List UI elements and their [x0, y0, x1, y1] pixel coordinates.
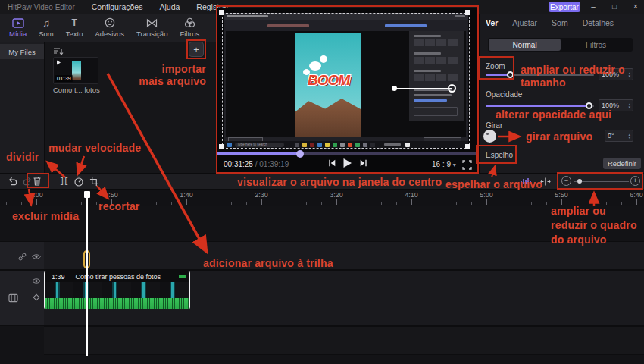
- selection-handle-tl[interactable]: [219, 10, 224, 15]
- annotation-zoom-note-1: ampliar ou reduzir o: [521, 64, 625, 76]
- ruler-tick: [156, 202, 157, 205]
- clip-header: 1:39 Como tirar pessoas de fotos: [45, 271, 189, 282]
- tab-filtros[interactable]: Filtros: [174, 17, 205, 38]
- minimize-button[interactable]: –: [585, 0, 602, 13]
- clip-thumbnails: [45, 282, 189, 298]
- chevron-down-icon: ▾: [453, 162, 456, 168]
- link-icon[interactable]: [17, 251, 27, 262]
- selection-border[interactable]: [222, 13, 470, 149]
- filters-icon: [184, 17, 195, 28]
- timeline-zoom-slider-handle[interactable]: [577, 179, 582, 184]
- ruler-tick: [202, 202, 202, 205]
- selection-handle-tr[interactable]: [465, 10, 470, 15]
- annotation-preview-note: visualizar o arquivo na janela do centro: [237, 176, 442, 188]
- empty-track[interactable]: [44, 326, 644, 355]
- delete-button[interactable]: [31, 174, 43, 187]
- tab-ver[interactable]: Ver: [486, 18, 498, 27]
- timeline-clip[interactable]: 1:39 Como tirar pessoas de fotos: [44, 271, 190, 309]
- segment-filtros[interactable]: Filtros: [560, 39, 632, 51]
- ruler-label: 5:50: [555, 191, 568, 199]
- library-clip-thumbnail[interactable]: 01:39: [53, 57, 98, 84]
- sticker-smiley-icon: [105, 17, 115, 28]
- ruler-tick: [67, 202, 67, 205]
- tab-label: Mídia: [9, 30, 27, 38]
- ruler-tick: [36, 199, 37, 205]
- media-icon: [12, 18, 24, 28]
- inspector-tabs: Ver Ajustar Som Detalhes: [486, 18, 614, 27]
- clip-duration: 1:39: [52, 273, 65, 281]
- tab-adesivos[interactable]: Adesivos: [89, 17, 131, 38]
- clip-title: Como tirar pessoas de fotos: [76, 273, 161, 281]
- ruler-tick: [396, 202, 397, 205]
- import-media-button[interactable]: +: [189, 42, 204, 57]
- timeline-zoom-slider-track[interactable]: [574, 181, 629, 183]
- maximize-button[interactable]: □: [606, 0, 623, 13]
- ruler-tick: [96, 202, 97, 205]
- play-button[interactable]: [341, 157, 353, 169]
- tab-texto[interactable]: T Texto: [60, 18, 89, 38]
- spinner-arrows-icon[interactable]: ▴▾: [628, 133, 630, 139]
- selection-handle-bl[interactable]: [219, 144, 224, 149]
- annotation-divide: dividir: [6, 151, 39, 163]
- fullscreen-button[interactable]: [462, 159, 472, 173]
- step-forward-button[interactable]: [358, 157, 370, 169]
- dial-dot: [486, 133, 489, 135]
- timeline-ruler[interactable]: 0:000:501:402:303:204:105:005:506:40: [0, 190, 644, 206]
- playhead-line[interactable]: [86, 191, 88, 356]
- ruler-label: 1:40: [180, 191, 193, 199]
- ruler-tick: [561, 199, 562, 205]
- spinner-arrows-icon[interactable]: ▴▾: [628, 71, 630, 77]
- mute-icon[interactable]: [31, 292, 42, 303]
- menu-configuracoes[interactable]: Configurações: [92, 2, 143, 11]
- ruler-tick: [471, 202, 472, 205]
- annotation-crop: recortar: [98, 200, 140, 212]
- tab-detalhes[interactable]: Detalhes: [583, 18, 614, 27]
- tab-transicao[interactable]: Transição: [130, 18, 174, 38]
- speed-button[interactable]: [73, 175, 85, 187]
- timecode-current: 00:31:25: [224, 160, 253, 168]
- tab-som[interactable]: ♫ Som: [33, 18, 60, 38]
- tab-midia[interactable]: Mídia: [3, 18, 33, 38]
- ruler-label: 0:00: [30, 191, 43, 199]
- ruler-tick: [306, 202, 307, 205]
- preview-seekbar[interactable]: [217, 152, 477, 155]
- aspect-ratio-select[interactable]: 16 : 9 ▾: [432, 160, 456, 168]
- sidebar-item-my-files[interactable]: My Files: [0, 44, 44, 59]
- annotation-mirror-note: espelhar o arquivo: [445, 178, 542, 190]
- export-button[interactable]: Exportar: [549, 2, 580, 12]
- film-icon: [8, 293, 18, 303]
- eye-icon[interactable]: [31, 251, 42, 262]
- split-button[interactable]: ][: [58, 175, 70, 187]
- reset-button[interactable]: Redefinir: [603, 158, 641, 169]
- menu-ajuda[interactable]: Ajuda: [159, 2, 180, 11]
- undo-button[interactable]: [6, 175, 18, 187]
- zoom-slider-handle[interactable]: [507, 71, 514, 78]
- tab-label: Filtros: [180, 30, 199, 38]
- selection-handle-br[interactable]: [465, 144, 470, 149]
- timeline-zoom-out-button[interactable]: −: [561, 176, 571, 186]
- rotate-label: Girar: [486, 121, 502, 130]
- crop-button[interactable]: [88, 175, 100, 187]
- eye-icon[interactable]: [31, 275, 42, 286]
- ruler-tick: [381, 202, 382, 205]
- rotate-dial[interactable]: [483, 130, 496, 143]
- ruler-tick: [231, 202, 232, 205]
- step-back-button[interactable]: [326, 157, 338, 169]
- annotation-frame-zoom-3: do arquivo: [551, 234, 607, 246]
- timeline-zoom-in-button[interactable]: +: [630, 176, 640, 186]
- ruler-tick: [6, 202, 7, 205]
- opacity-label: Opacidade: [486, 90, 522, 99]
- ruler-tick: [517, 202, 517, 205]
- clip-flag: [179, 275, 186, 278]
- tab-som-inspector[interactable]: Som: [552, 18, 568, 27]
- seekbar-handle[interactable]: [296, 150, 304, 158]
- mirror-label: Espelho: [486, 151, 513, 159]
- rotate-value-spinner[interactable]: 0° ▴▾: [605, 130, 633, 142]
- segment-normal[interactable]: Normal: [489, 39, 561, 51]
- play-icon: [56, 60, 61, 65]
- close-button[interactable]: ×: [627, 0, 644, 13]
- spinner-arrows-icon[interactable]: ▴▾: [628, 102, 630, 108]
- tab-ajustar[interactable]: Ajustar: [512, 18, 537, 27]
- playhead-handle[interactable]: [84, 191, 90, 198]
- ruler-tick: [217, 202, 217, 205]
